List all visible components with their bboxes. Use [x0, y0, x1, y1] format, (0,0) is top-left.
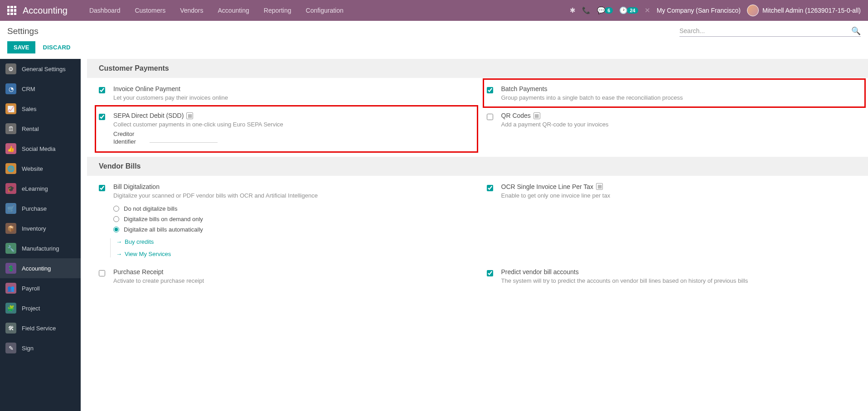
- sidebar-icon: 👥: [5, 283, 16, 294]
- close-tray-icon[interactable]: ✕: [645, 6, 650, 15]
- sidebar-item-sign[interactable]: ✎Sign: [0, 338, 81, 358]
- search-icon[interactable]: 🔍: [851, 26, 861, 36]
- settings-sidebar: ⚙General Settings◔CRM📈Sales🗓Rental👍Socia…: [0, 59, 81, 411]
- nav-reporting[interactable]: Reporting: [257, 0, 299, 21]
- checkbox-batch-payments[interactable]: [487, 87, 493, 93]
- sidebar-item-label: Manufacturing: [22, 245, 59, 252]
- desc-invoice-online: Let your customers pay their invoices on…: [113, 94, 228, 101]
- label-ocr-single: OCR Single Invoice Line Per Tax: [501, 183, 611, 190]
- sidebar-item-elearning[interactable]: 🎓eLearning: [0, 179, 81, 198]
- sidebar-item-general-settings[interactable]: ⚙General Settings: [0, 59, 81, 79]
- avatar: [747, 5, 759, 16]
- settings-content: Customer Payments Invoice Online Payment…: [81, 59, 868, 411]
- apps-icon[interactable]: [7, 6, 16, 15]
- save-button[interactable]: SAVE: [7, 41, 35, 53]
- clock-icon: 🕑: [619, 6, 628, 15]
- sidebar-item-project[interactable]: 🧩Project: [0, 298, 81, 318]
- enterprise-icon[interactable]: [596, 183, 603, 190]
- sidebar-icon: 🧩: [5, 303, 16, 314]
- arrow-icon: →: [116, 251, 122, 257]
- link-view-services[interactable]: →View My Services: [116, 251, 318, 257]
- desc-purchase-receipt: Activate to create purchase receipt: [113, 277, 204, 284]
- desc-sepa: Collect customer payments in one-click u…: [113, 121, 469, 128]
- sidebar-icon: 📈: [5, 103, 16, 114]
- app-brand[interactable]: Accounting: [23, 5, 68, 16]
- sidebar-item-label: Rental: [22, 126, 39, 132]
- radio-digitize-none[interactable]: [113, 206, 119, 212]
- sidebar-item-accounting[interactable]: 💲Accounting: [0, 258, 81, 278]
- user-name: Mitchell Admin (12639017-15-0-all): [762, 7, 861, 14]
- setting-batch-payments: Batch Payments Group payments into a sin…: [487, 82, 862, 104]
- sidebar-item-field-service[interactable]: 🛠Field Service: [0, 318, 81, 338]
- sidebar-item-label: Project: [22, 305, 40, 312]
- checkbox-predict-accounts[interactable]: [487, 270, 493, 276]
- link-buy-credits[interactable]: →Buy credits: [116, 238, 318, 245]
- bug-icon[interactable]: ✱: [570, 6, 576, 15]
- activities-badge: 24: [627, 7, 638, 14]
- sidebar-icon: 💲: [5, 263, 16, 274]
- sidebar-item-label: Payroll: [22, 285, 40, 292]
- label-predict-accounts: Predict vendor bill accounts: [501, 268, 748, 276]
- checkbox-sepa[interactable]: [99, 114, 105, 120]
- page-title: Settings: [7, 26, 39, 36]
- user-menu[interactable]: Mitchell Admin (12639017-15-0-all): [747, 5, 861, 16]
- checkbox-qr-codes[interactable]: [487, 114, 493, 120]
- sidebar-item-label: Purchase: [22, 205, 47, 212]
- nav-configuration[interactable]: Configuration: [299, 0, 351, 21]
- checkbox-bill-digitalization[interactable]: [99, 185, 105, 191]
- nav-customers[interactable]: Customers: [127, 0, 173, 21]
- sidebar-item-manufacturing[interactable]: 🔧Manufacturing: [0, 238, 81, 258]
- sidebar-icon: 🛒: [5, 203, 16, 214]
- sidebar-item-label: Sign: [22, 345, 34, 352]
- sidebar-item-inventory[interactable]: 📦Inventory: [0, 218, 81, 238]
- label-invoice-online: Invoice Online Payment: [113, 85, 228, 92]
- section-vendor-bills-header: Vendor Bills: [87, 157, 868, 176]
- sidebar-item-payroll[interactable]: 👥Payroll: [0, 278, 81, 298]
- setting-ocr-single: OCR Single Invoice Line Per Tax Enable t…: [487, 183, 857, 257]
- setting-sepa: SEPA Direct Debit (SDD) Collect customer…: [99, 109, 474, 149]
- sidebar-item-label: CRM: [22, 86, 35, 92]
- sidebar-item-label: Field Service: [22, 325, 56, 332]
- checkbox-ocr-single[interactable]: [487, 185, 493, 191]
- nav-menu: Dashboard Customers Vendors Accounting R…: [82, 0, 351, 21]
- sidebar-item-website[interactable]: 🌐Website: [0, 159, 81, 179]
- section-customer-payments: Invoice Online Payment Let your customer…: [87, 78, 868, 157]
- sidebar-item-social-media[interactable]: 👍Social Media: [0, 139, 81, 159]
- nav-accounting[interactable]: Accounting: [211, 0, 257, 21]
- checkbox-purchase-receipt[interactable]: [99, 270, 105, 276]
- chat-icon: 💬: [597, 6, 606, 15]
- arrow-icon: →: [116, 238, 122, 245]
- radio-digitize-auto[interactable]: [113, 227, 119, 232]
- sidebar-item-label: Accounting: [22, 265, 51, 272]
- top-navbar: Accounting Dashboard Customers Vendors A…: [0, 0, 868, 21]
- setting-qr-codes: QR Codes Add a payment QR-code to your i…: [487, 112, 857, 146]
- sidebar-item-sales[interactable]: 📈Sales: [0, 99, 81, 119]
- sidebar-item-purchase[interactable]: 🛒Purchase: [0, 198, 81, 218]
- activities-button[interactable]: 🕑 24: [619, 6, 638, 15]
- subheader: Settings 🔍: [0, 21, 868, 37]
- messages-button[interactable]: 💬 6: [597, 6, 613, 15]
- checkbox-invoice-online[interactable]: [99, 87, 105, 93]
- nav-vendors[interactable]: Vendors: [173, 0, 210, 21]
- section-vendor-bills: Bill Digitalization Digitalize your scan…: [87, 176, 868, 295]
- sidebar-icon: 📦: [5, 223, 16, 234]
- messages-badge: 6: [605, 7, 613, 14]
- desc-ocr-single: Enable to get only one invoice line per …: [501, 192, 611, 199]
- sidebar-item-rental[interactable]: 🗓Rental: [0, 119, 81, 139]
- enterprise-icon[interactable]: [186, 112, 193, 119]
- discard-button[interactable]: DISCARD: [43, 44, 70, 51]
- input-creditor-id[interactable]: [150, 134, 218, 143]
- search-wrap: 🔍: [679, 25, 861, 37]
- setting-predict-accounts: Predict vendor bill accounts The system …: [487, 268, 857, 284]
- label-bill-digitalization: Bill Digitalization: [113, 183, 318, 190]
- enterprise-icon[interactable]: [533, 112, 540, 119]
- sidebar-item-crm[interactable]: ◔CRM: [0, 79, 81, 99]
- label-purchase-receipt: Purchase Receipt: [113, 268, 204, 276]
- radio-digitize-demand[interactable]: [113, 216, 119, 222]
- company-selector[interactable]: My Company (San Francisco): [657, 7, 741, 14]
- phone-icon[interactable]: 📞: [582, 6, 591, 15]
- nav-right: ✱ 📞 💬 6 🕑 24 ✕ My Company (San Francisco…: [570, 5, 861, 16]
- search-input[interactable]: [679, 25, 851, 36]
- nav-dashboard[interactable]: Dashboard: [82, 0, 128, 21]
- sidebar-icon: 🔧: [5, 243, 16, 254]
